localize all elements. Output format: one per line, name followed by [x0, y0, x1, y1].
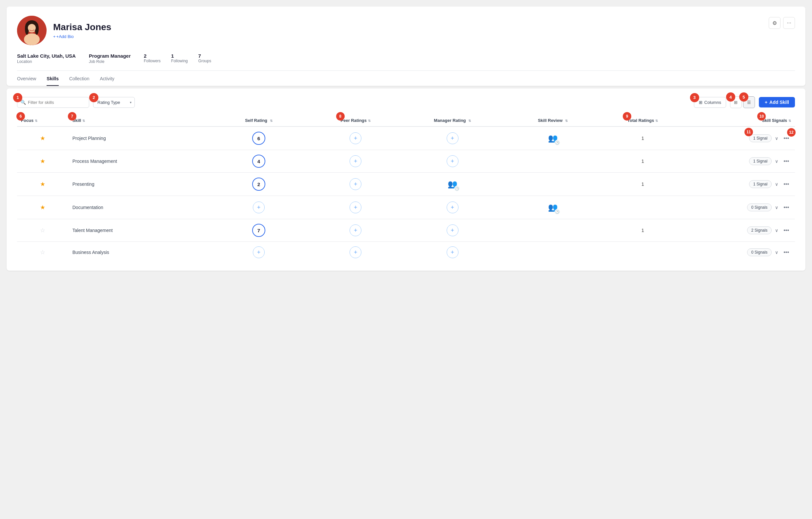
skill-review-cell: 👥 🕐 [504, 126, 601, 150]
profile-left: Marisa Jones +Add Bio [17, 16, 111, 45]
self-rating-cell[interactable]: 6 [207, 126, 311, 150]
more-options-button[interactable]: ··· [783, 17, 795, 29]
skill-cell: Presenting [68, 173, 207, 196]
add-manager-rating-button[interactable]: + [447, 155, 459, 167]
job-role-label: Job Role [89, 59, 131, 64]
signal-badge: 2 Signals [747, 226, 772, 234]
skills-section: 1 🔍 2 Rating Type Rating Type 2 ▾ [6, 88, 806, 271]
manager-rating-cell[interactable]: + [400, 219, 504, 242]
skills-table: 6 Focus⇅ 7 Skill⇅ Self Rating ⇅ 8 [17, 115, 795, 263]
self-rating-circle[interactable]: 7 [252, 224, 265, 237]
add-peer-rating-button[interactable]: + [350, 155, 361, 167]
following-count: 1 [171, 53, 188, 59]
tab-activity[interactable]: Activity [100, 72, 114, 86]
add-peer-rating-button[interactable]: + [350, 132, 361, 144]
peer-rating-cell[interactable]: + [311, 196, 400, 219]
add-self-rating-button[interactable]: + [253, 246, 265, 258]
self-rating-cell[interactable]: + [207, 196, 311, 219]
self-rating-cell[interactable]: 7 [207, 219, 311, 242]
col-header-total-ratings: 9 Total Ratings⇅ [601, 115, 684, 126]
tabs: Overview Skills Collection Activity [17, 71, 795, 86]
star-empty-icon: ☆ [40, 227, 45, 234]
search-wrapper: 🔍 [17, 97, 89, 108]
focus-cell[interactable]: ★ [17, 196, 68, 219]
clock-icon: 🕐 [555, 209, 560, 214]
more-options-row-button[interactable]: ••• [782, 249, 791, 256]
groups-stat[interactable]: 7 Groups [198, 53, 211, 63]
expand-row-button[interactable]: ∨ [774, 204, 780, 211]
signal-badge: 1 Signal [749, 157, 772, 165]
peer-rating-cell[interactable]: + [311, 242, 400, 263]
list-icon: ☰ [747, 100, 751, 105]
add-peer-rating-button[interactable]: + [350, 246, 361, 258]
focus-cell[interactable]: ★ [17, 150, 68, 173]
tab-skills[interactable]: Skills [47, 72, 59, 86]
self-rating-circle[interactable]: 6 [252, 132, 265, 145]
location-item: Salt Lake City, Utah, USA Location [17, 53, 76, 64]
stats-group: 2 Followers 1 Following 7 Groups [144, 53, 211, 63]
tab-overview[interactable]: Overview [17, 72, 36, 86]
manager-rating-cell[interactable]: + [400, 126, 504, 150]
add-skill-label: Add Skill [770, 100, 789, 105]
manager-rating-cell[interactable]: 👥 🕐 [400, 173, 504, 196]
self-rating-cell[interactable]: + [207, 242, 311, 263]
manager-rating-cell[interactable]: + [400, 150, 504, 173]
focus-cell[interactable]: ★ [17, 173, 68, 196]
add-manager-rating-button[interactable]: + [447, 224, 459, 236]
add-peer-rating-button[interactable]: + [350, 224, 361, 236]
table-row: ★ Process Management 4 + + 1 [17, 150, 795, 173]
expand-row-button[interactable]: ∨ [774, 158, 780, 164]
peer-rating-cell[interactable]: + [311, 150, 400, 173]
grid-icon: ⊞ [734, 100, 737, 105]
search-input[interactable] [17, 97, 89, 108]
skill-review-cell: 👥 🕐 [504, 196, 601, 219]
table-row: ☆ Business Analysis + + + [17, 242, 795, 263]
following-label: Following [171, 59, 188, 63]
signals-cell: 11 1 Signal ∨ 12 ••• [684, 126, 795, 150]
add-manager-rating-button[interactable]: + [447, 246, 459, 258]
annotation-1: 1 [13, 93, 22, 102]
add-manager-rating-button[interactable]: + [447, 202, 459, 213]
followers-stat[interactable]: 2 Followers [144, 53, 161, 63]
add-peer-rating-button[interactable]: + [350, 202, 361, 213]
add-peer-rating-button[interactable]: + [350, 178, 361, 190]
svg-point-2 [24, 33, 40, 45]
add-manager-rating-button[interactable]: + [447, 132, 459, 144]
expand-row-button[interactable]: ∨ [774, 249, 780, 255]
rating-type-dropdown[interactable]: Rating Type Rating Type 2 [93, 97, 135, 108]
self-rating-circle[interactable]: 2 [252, 178, 265, 191]
self-rating-circle[interactable]: 4 [252, 155, 265, 168]
col-header-focus: 6 Focus⇅ [17, 115, 68, 126]
focus-sort-icon: ⇅ [35, 119, 37, 123]
signals-cell: 0 Signals ∨ ••• [684, 196, 795, 219]
skill-review-cell [504, 150, 601, 173]
expand-row-button[interactable]: ∨ [774, 135, 780, 142]
add-self-rating-button[interactable]: + [253, 202, 265, 213]
focus-cell[interactable]: ☆ [17, 242, 68, 263]
focus-cell[interactable]: ★ [17, 126, 68, 150]
add-bio-link[interactable]: +Add Bio [53, 34, 74, 39]
manager-rating-cell[interactable]: + [400, 196, 504, 219]
peer-rating-cell[interactable]: + [311, 173, 400, 196]
more-options-row-button[interactable]: ••• [782, 181, 791, 188]
peer-rating-cell[interactable]: + [311, 219, 400, 242]
peer-rating-cell[interactable]: + [311, 126, 400, 150]
self-rating-cell[interactable]: 2 [207, 173, 311, 196]
total-ratings-cell: 1 [601, 219, 684, 242]
following-stat[interactable]: 1 Following [171, 53, 188, 63]
self-rating-cell[interactable]: 4 [207, 150, 311, 173]
settings-button[interactable]: ⚙ [769, 17, 781, 29]
add-skill-button[interactable]: + Add Skill [759, 97, 795, 108]
expand-row-button[interactable]: ∨ [774, 181, 780, 187]
skill-cell: Project Planning [68, 126, 207, 150]
expand-row-button[interactable]: ∨ [774, 227, 780, 234]
col-header-manager-rating: Manager Rating ⇅ [400, 115, 504, 126]
more-options-row-button[interactable]: ••• [782, 158, 791, 165]
clock-icon: 🕐 [555, 140, 560, 145]
more-options-row-button[interactable]: ••• [782, 204, 791, 211]
more-options-row-button[interactable]: ••• [782, 227, 791, 234]
focus-cell[interactable]: ☆ [17, 219, 68, 242]
row-actions: 0 Signals ∨ ••• [747, 204, 791, 211]
manager-rating-cell[interactable]: + [400, 242, 504, 263]
tab-collection[interactable]: Collection [69, 72, 89, 86]
